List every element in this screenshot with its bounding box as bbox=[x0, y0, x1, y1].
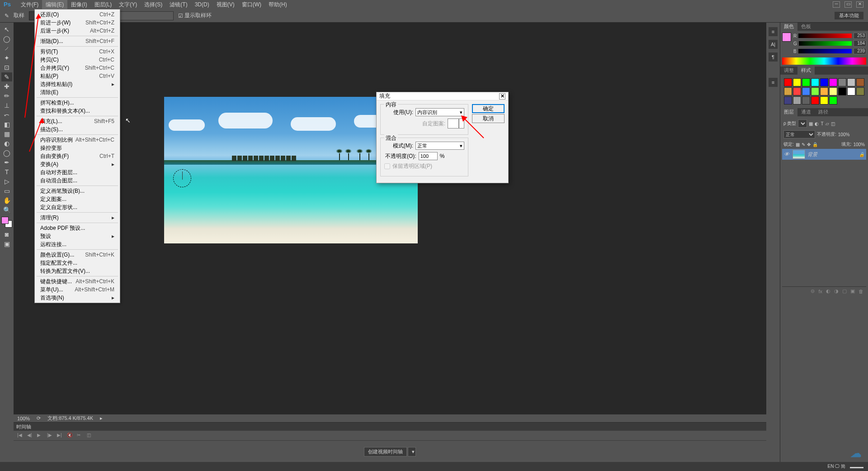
zoom-tool[interactable]: 🔍 bbox=[1, 205, 12, 214]
menu-image[interactable]: 图像(I) bbox=[67, 0, 90, 10]
style-swatch[interactable] bbox=[829, 96, 837, 105]
visibility-icon[interactable]: 👁 bbox=[784, 151, 790, 157]
style-swatch[interactable] bbox=[820, 96, 828, 105]
menu-item[interactable]: 自动混合图层... bbox=[35, 176, 120, 185]
mode-select[interactable]: 正常▾ bbox=[415, 142, 464, 150]
filter-adjust-icon[interactable]: ◐ bbox=[815, 121, 819, 126]
style-swatch[interactable] bbox=[847, 78, 855, 86]
tl-last-icon[interactable]: ▶| bbox=[57, 433, 63, 439]
fx-icon[interactable]: fx bbox=[818, 289, 822, 294]
menu-item[interactable]: 还原(O)Ctrl+Z bbox=[35, 10, 120, 19]
swatches-tab[interactable]: 色板 bbox=[797, 23, 815, 31]
menu-item[interactable]: 预设▸ bbox=[35, 232, 120, 240]
style-swatch[interactable] bbox=[856, 87, 864, 95]
adjustment-icon[interactable]: ◑ bbox=[834, 288, 839, 294]
menu-view[interactable]: 视图(V) bbox=[213, 0, 238, 10]
menu-item[interactable]: 自由变换(F)Ctrl+T bbox=[35, 152, 120, 160]
quickmask-tool[interactable]: ◙ bbox=[1, 230, 12, 239]
fg-color[interactable] bbox=[1, 217, 9, 224]
layer-name[interactable]: 背景 bbox=[807, 151, 817, 158]
menu-item[interactable]: 指定配置文件... bbox=[35, 259, 120, 267]
dock-brush-icon[interactable]: ≡ bbox=[769, 78, 778, 87]
menu-file[interactable]: 文件(F) bbox=[17, 0, 42, 10]
color-indicator[interactable] bbox=[782, 33, 791, 42]
menu-item[interactable]: 首选项(N)▸ bbox=[35, 294, 120, 302]
gradient-tool[interactable]: ▦ bbox=[1, 129, 12, 138]
menu-item[interactable]: 查找和替换文本(X)... bbox=[35, 107, 120, 115]
dialog-titlebar[interactable]: 填充 ✕ bbox=[377, 92, 508, 100]
tl-transition-icon[interactable]: ◫ bbox=[87, 433, 93, 439]
filter-type-icon[interactable]: T bbox=[821, 121, 823, 126]
tl-play-icon[interactable]: ▶ bbox=[37, 433, 43, 439]
menu-item[interactable]: 定义图案... bbox=[35, 195, 120, 203]
dock-history-icon[interactable]: ≡ bbox=[769, 27, 778, 36]
style-swatch[interactable] bbox=[802, 78, 810, 86]
style-swatch[interactable] bbox=[847, 87, 855, 95]
style-swatch[interactable] bbox=[793, 96, 801, 105]
zoom-level[interactable]: 100% bbox=[17, 416, 30, 421]
adjust-tab[interactable]: 调整 bbox=[780, 67, 797, 75]
create-timeline-button[interactable]: 创建视频时间轴 bbox=[364, 447, 407, 457]
menu-item[interactable]: 前进一步(W)Shift+Ctrl+Z bbox=[35, 19, 120, 27]
menu-item[interactable]: Adobe PDF 预设... bbox=[35, 224, 120, 232]
menu-item[interactable]: 菜单(U)...Alt+Shift+Ctrl+M bbox=[35, 285, 120, 294]
path-tool[interactable]: ▷ bbox=[1, 177, 12, 186]
menu-item[interactable]: 定义自定形状... bbox=[35, 203, 120, 211]
lasso-tool[interactable]: ⟋ bbox=[1, 44, 12, 53]
use-select[interactable]: 内容识别▾ bbox=[415, 108, 464, 116]
filter-smart-icon[interactable]: ◫ bbox=[831, 121, 835, 126]
hand-tool[interactable]: ✋ bbox=[1, 196, 12, 205]
healing-tool[interactable]: ✚ bbox=[1, 82, 12, 91]
eraser-tool[interactable]: ◧ bbox=[1, 120, 12, 129]
group-icon[interactable]: ▢ bbox=[842, 288, 847, 294]
new-layer-icon[interactable]: ▣ bbox=[850, 288, 855, 294]
filter-pixel-icon[interactable]: ▦ bbox=[809, 121, 813, 126]
history-brush-tool[interactable]: ⤺ bbox=[1, 110, 12, 119]
lock-all-icon[interactable]: 🔒 bbox=[812, 142, 818, 147]
refresh-icon[interactable]: ⟳ bbox=[37, 415, 41, 421]
mask-icon[interactable]: ◐ bbox=[826, 288, 830, 294]
menu-item[interactable]: 操控变形 bbox=[35, 144, 120, 152]
g-value[interactable]: 184 bbox=[854, 40, 866, 47]
menu-item[interactable]: 剪切(T)Ctrl+X bbox=[35, 48, 120, 56]
workspace-label[interactable]: 基本功能 bbox=[835, 12, 863, 19]
type-tool[interactable]: T bbox=[1, 167, 12, 176]
dialog-close-icon[interactable]: ✕ bbox=[499, 93, 505, 100]
layer-thumbnail[interactable] bbox=[793, 150, 805, 159]
opacity-value[interactable]: 100% bbox=[838, 132, 850, 137]
menu-item[interactable]: 清除(E) bbox=[35, 88, 120, 96]
shape-tool[interactable]: ▭ bbox=[1, 186, 12, 195]
style-swatch[interactable] bbox=[829, 87, 837, 95]
style-swatch[interactable] bbox=[802, 87, 810, 95]
menu-layer[interactable]: 图层(L) bbox=[91, 0, 116, 10]
minimize-button[interactable]: ─ bbox=[833, 1, 840, 8]
tl-scissors-icon[interactable]: ✂ bbox=[77, 433, 83, 439]
menu-item[interactable]: 变换(A)▸ bbox=[35, 160, 120, 168]
menu-item[interactable]: 粘贴(P)Ctrl+V bbox=[35, 72, 120, 80]
paths-tab[interactable]: 路径 bbox=[815, 108, 832, 116]
info-arrow-icon[interactable]: ▸ bbox=[100, 415, 103, 421]
menu-item[interactable]: 描边(S)... bbox=[35, 125, 120, 133]
screenmode-tool[interactable]: ▣ bbox=[1, 239, 12, 248]
menu-filter[interactable]: 滤镜(T) bbox=[166, 0, 191, 10]
trash-icon[interactable]: 🗑 bbox=[859, 289, 863, 294]
menu-item[interactable]: 选择性粘贴(I)▸ bbox=[35, 80, 120, 88]
blend-mode-select[interactable]: 正常 bbox=[783, 130, 815, 138]
style-swatch[interactable] bbox=[811, 78, 819, 86]
menu-item[interactable]: 内容识别比例Alt+Shift+Ctrl+C bbox=[35, 136, 120, 144]
filter-shape-icon[interactable]: ▱ bbox=[826, 121, 829, 126]
tl-first-icon[interactable]: |◀ bbox=[17, 433, 24, 439]
b-value[interactable]: 239 bbox=[854, 48, 866, 54]
menu-item[interactable]: 填充(L)...Shift+F5 bbox=[35, 117, 120, 125]
lock-pos-icon[interactable]: ✥ bbox=[807, 142, 811, 147]
tl-next-icon[interactable]: |▶ bbox=[47, 433, 53, 439]
lock-pixel-icon[interactable]: ✎ bbox=[802, 142, 805, 147]
ime-status[interactable]: EN 🖵 简 bbox=[828, 463, 845, 470]
style-swatch[interactable] bbox=[784, 78, 792, 86]
show-ring-checkbox[interactable]: ☑ 显示取样环 bbox=[178, 12, 212, 19]
layers-tab[interactable]: 图层 bbox=[780, 108, 797, 116]
style-swatch[interactable] bbox=[811, 87, 819, 95]
menu-help[interactable]: 帮助(H) bbox=[265, 0, 291, 10]
kind-select[interactable] bbox=[798, 119, 807, 128]
menu-item[interactable]: 渐隐(D)...Shift+Ctrl+F bbox=[35, 37, 120, 45]
